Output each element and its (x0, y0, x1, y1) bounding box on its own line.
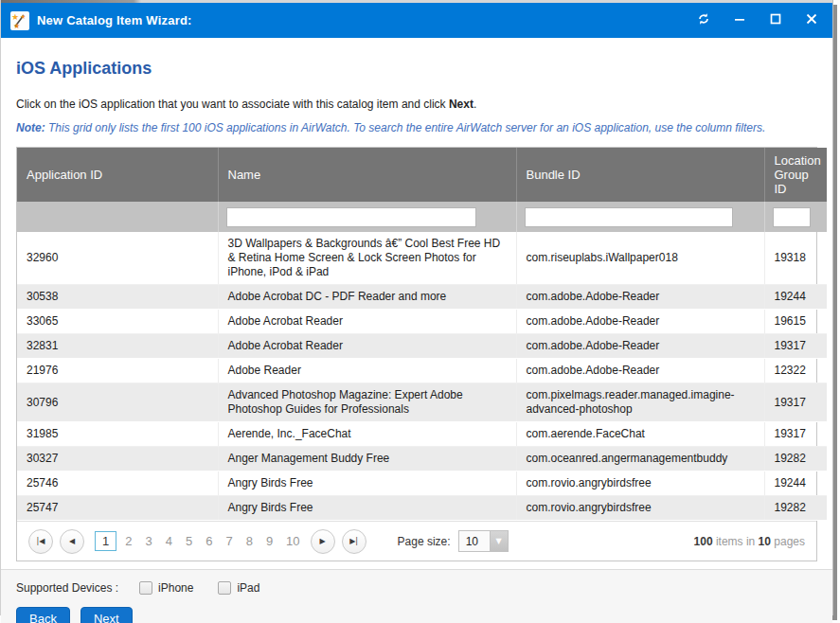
iphone-checkbox[interactable] (139, 581, 152, 595)
filter-cell-location-group-id (764, 202, 827, 232)
last-page-icon: ▶| (349, 538, 358, 545)
table-row[interactable]: 25746Angry Birds Freecom.rovio.angrybird… (17, 472, 827, 496)
name-cell: Angry Birds Free (218, 496, 516, 521)
device-option-label: iPhone (158, 581, 193, 595)
column-header-application-id[interactable]: Application ID (17, 148, 218, 202)
svg-text:★: ★ (11, 12, 19, 22)
name-cell: Adobe Acrobat Reader (218, 334, 516, 359)
refresh-icon (697, 12, 710, 28)
table-row[interactable]: 31985Aerende, Inc._FaceChatcom.aerende.F… (17, 422, 827, 447)
table-row[interactable]: 32831Adobe Acrobat Readercom.adobe.Adobe… (17, 334, 827, 359)
table-row[interactable]: 30538Adobe Acrobat DC - PDF Reader and m… (17, 285, 827, 310)
name-cell: Anger Management Buddy Free (218, 447, 516, 472)
table-row[interactable]: 25747Angry Birds Freecom.rovio.angrybird… (17, 496, 827, 521)
location-group-id-cell: 19615 (764, 310, 827, 334)
maximize-button[interactable] (764, 9, 787, 32)
supported-devices-row: Supported Devices : iPhoneiPad (16, 581, 817, 595)
bundle-id-cell: com.adobe.Adobe-Reader (516, 310, 764, 334)
first-page-button[interactable]: |◀ (28, 529, 53, 554)
minimize-button[interactable] (728, 9, 751, 32)
bundle-id-cell: com.pixelmags.reader.managed.imagine-adv… (516, 383, 764, 422)
app-id-cell: 30796 (17, 383, 218, 422)
bundle-id-cell: com.oceanred.angermanagementbuddy (516, 447, 764, 472)
device-option-label: iPad (237, 581, 259, 595)
page-size-value: 10 (459, 531, 490, 551)
page-title: iOS Applications (16, 59, 817, 79)
bundle-id-cell: com.rovio.angrybirdsfree (516, 472, 764, 496)
name-cell: 3D Wallpapers & Backgrounds â€” Cool Bes… (218, 232, 516, 285)
bundle-id-filter-input[interactable] (525, 207, 733, 227)
chevron-down-icon[interactable]: ▼ (490, 531, 508, 551)
wizard-app-icon: ★ ★ ★ (10, 11, 29, 30)
name-cell: Aerende, Inc._FaceChat (218, 422, 516, 447)
wizard-actions: Back Next (16, 607, 817, 623)
pager-page-9[interactable]: 9 (259, 532, 279, 550)
close-button[interactable] (800, 9, 823, 32)
close-icon (806, 13, 817, 27)
pager-page-2[interactable]: 2 (118, 532, 138, 550)
app-id-cell: 25746 (17, 472, 218, 496)
page-size-control: Page size: 10 ▼ (398, 530, 509, 552)
location-group-id-cell: 19282 (764, 447, 827, 472)
table-row[interactable]: 30327Anger Management Buddy Freecom.ocea… (17, 447, 827, 472)
column-header-name[interactable]: Name (218, 148, 516, 202)
next-page-button[interactable]: ▶ (311, 529, 335, 554)
minimize-icon (734, 13, 745, 27)
location-group-id-cell: 12322 (764, 359, 827, 383)
name-filter-input[interactable] (226, 207, 476, 227)
back-button[interactable]: Back (16, 607, 70, 623)
location-group-id-cell: 19317 (764, 383, 827, 422)
applications-table: Application ID Name Bundle ID Location G… (17, 148, 827, 521)
location-group-id-filter-input[interactable] (773, 207, 811, 227)
device-checkboxes: iPhoneiPad (139, 581, 284, 595)
location-group-id-cell: 19318 (764, 232, 827, 285)
bundle-id-cell: com.aerende.FaceChat (516, 422, 764, 447)
table-header-row: Application ID Name Bundle ID Location G… (17, 148, 827, 202)
ipad-checkbox[interactable] (218, 581, 231, 595)
note-text: Note: This grid only lists the first 100… (16, 121, 817, 134)
column-header-location-group-id[interactable]: Location Group ID (764, 148, 827, 202)
pager-page-5[interactable]: 5 (179, 532, 199, 550)
pager: |◀ ◀ 12345678910 ▶ ▶| Page size: 10 ▼ 10… (17, 521, 816, 561)
pager-page-10[interactable]: 10 (279, 532, 306, 550)
location-group-id-cell: 19244 (764, 285, 827, 310)
previous-page-button[interactable]: ◀ (60, 529, 84, 554)
bundle-id-cell: com.adobe.Adobe-Reader (516, 359, 764, 383)
supported-devices-label: Supported Devices : (16, 581, 118, 595)
refresh-button[interactable] (692, 9, 715, 32)
name-cell: Advanced Photoshop Magazine: Expert Adob… (218, 383, 516, 422)
grid-body: 329603D Wallpapers & Backgrounds â€” Coo… (17, 232, 827, 521)
app-id-cell: 33065 (17, 310, 218, 334)
location-group-id-cell: 19244 (764, 472, 827, 496)
app-id-cell: 25747 (17, 496, 218, 521)
table-row[interactable]: 33065Adobe Acrobat Readercom.adobe.Adobe… (17, 310, 827, 334)
pager-page-4[interactable]: 4 (159, 532, 179, 550)
note-label: Note: (16, 121, 45, 134)
pager-page-3[interactable]: 3 (138, 532, 158, 550)
app-id-cell: 30538 (17, 285, 218, 310)
name-cell: Adobe Reader (218, 359, 516, 383)
pager-page-6[interactable]: 6 (199, 532, 219, 550)
table-row[interactable]: 21976Adobe Readercom.adobe.Adobe-Reader1… (17, 359, 827, 383)
wizard-window: ★ ★ ★ New Catalog Item Wizard: (0, 0, 833, 615)
app-id-cell: 32831 (17, 334, 218, 359)
filter-cell-application-id (17, 202, 218, 232)
svg-text:★: ★ (20, 13, 26, 21)
app-id-cell: 32960 (17, 232, 218, 285)
last-page-button[interactable]: ▶| (342, 529, 366, 554)
name-cell: Adobe Acrobat Reader (218, 310, 516, 334)
column-header-bundle-id[interactable]: Bundle ID (516, 148, 764, 202)
pager-page-8[interactable]: 8 (240, 532, 259, 550)
device-option-iphone[interactable]: iPhone (139, 581, 193, 595)
device-option-ipad[interactable]: iPad (218, 581, 259, 595)
table-row[interactable]: 30796Advanced Photoshop Magazine: Expert… (17, 383, 827, 422)
page-size-label: Page size: (398, 535, 451, 548)
next-page-icon: ▶ (320, 538, 326, 545)
table-row[interactable]: 329603D Wallpapers & Backgrounds â€” Coo… (17, 232, 827, 285)
pager-page-1[interactable]: 1 (95, 531, 116, 551)
bundle-id-cell: com.adobe.Adobe-Reader (516, 285, 764, 310)
page-size-dropdown[interactable]: 10 ▼ (458, 530, 509, 552)
next-button[interactable]: Next (80, 607, 133, 623)
svg-text:★: ★ (13, 22, 20, 30)
pager-page-7[interactable]: 7 (219, 532, 239, 550)
